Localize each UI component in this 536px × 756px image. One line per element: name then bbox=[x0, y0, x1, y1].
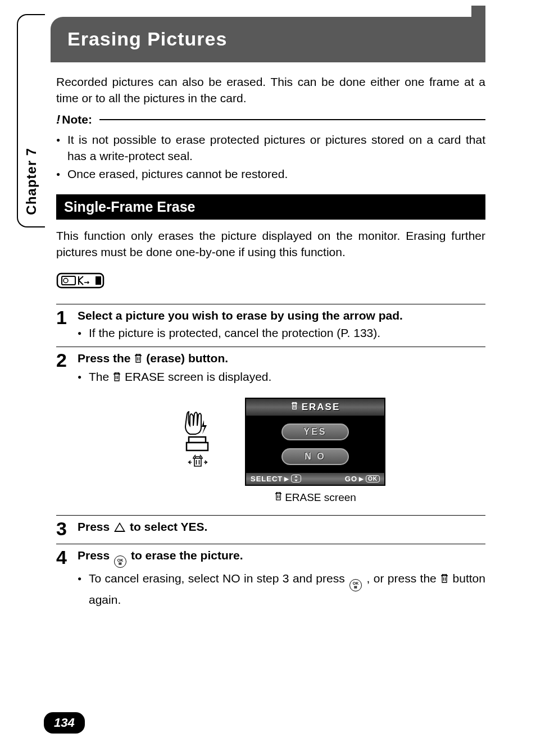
erase-screen: ERASE YES N O SELECT ▶ bbox=[245, 398, 385, 486]
note-header: ! Note: bbox=[56, 112, 485, 127]
trash-icon bbox=[274, 491, 283, 504]
go-arrow-icon: ▶ bbox=[359, 476, 364, 482]
page-title: Erasing Pictures bbox=[67, 28, 471, 50]
camera-back-icon bbox=[56, 271, 485, 293]
step-1-title: Select a picture you wish to erase by us… bbox=[78, 309, 485, 322]
up-down-arrow-icon bbox=[291, 475, 301, 482]
trash-icon bbox=[134, 353, 143, 366]
ok-icon: OK bbox=[366, 475, 380, 482]
erase-screen-header: ERASE bbox=[246, 399, 384, 416]
erase-screen-caption: ERASE screen bbox=[245, 491, 385, 504]
step-2-sub: The ERASE screen is displayed. bbox=[78, 368, 485, 386]
step-4-title: Press OK▤ to erase the picture. bbox=[78, 549, 485, 568]
step-3: 3 Press to select YES. bbox=[56, 515, 485, 538]
svg-rect-3 bbox=[96, 276, 101, 285]
trash-icon bbox=[290, 402, 298, 413]
step-1: 1 Select a picture you wish to erase by … bbox=[56, 304, 485, 341]
section-description: This function only erases the picture di… bbox=[56, 227, 485, 261]
erase-yes-button: YES bbox=[281, 423, 349, 440]
step-number: 2 bbox=[56, 350, 71, 509]
triangle-up-icon bbox=[114, 522, 125, 532]
note-label: Note: bbox=[62, 113, 92, 126]
note-item: It is not possible to erase protected pi… bbox=[56, 131, 485, 165]
erase-no-button: N O bbox=[281, 448, 349, 465]
svg-rect-4 bbox=[189, 437, 206, 443]
step-number: 4 bbox=[56, 548, 71, 608]
section-heading: Single-Frame Erase bbox=[64, 199, 195, 215]
erase-screen-illustration: ERASE YES N O SELECT ▶ bbox=[78, 398, 485, 504]
title-banner: Erasing Pictures bbox=[51, 17, 485, 62]
hand-press-icon bbox=[178, 406, 222, 470]
ok-button-icon: OK▤ bbox=[349, 579, 362, 591]
svg-point-2 bbox=[63, 278, 68, 283]
erase-screen-footer: SELECT ▶ GO ▶ OK bbox=[246, 473, 384, 485]
step-3-title: Press to select YES. bbox=[78, 520, 485, 534]
svg-rect-5 bbox=[187, 443, 208, 450]
note-item: Once erased, pictures cannot be restored… bbox=[56, 166, 485, 182]
trash-icon bbox=[440, 571, 449, 588]
note-icon: ! bbox=[56, 112, 60, 127]
note-list: It is not possible to erase protected pi… bbox=[56, 131, 485, 182]
step-1-sub: If the picture is protected, cancel the … bbox=[78, 325, 485, 341]
step-2-title: Press the (erase) button. bbox=[78, 352, 485, 366]
page-number: 134 bbox=[44, 712, 85, 734]
step-2: 2 Press the (erase) button. The bbox=[56, 347, 485, 509]
trash-icon bbox=[112, 370, 121, 386]
section-heading-bar: Single-Frame Erase bbox=[56, 194, 485, 220]
note-divider bbox=[99, 119, 485, 120]
intro-paragraph: Recorded pictures can also be erased. Th… bbox=[56, 74, 485, 107]
step-number: 1 bbox=[56, 308, 71, 341]
step-number: 3 bbox=[56, 519, 71, 538]
step-4-sub: To cancel erasing, select NO in step 3 a… bbox=[78, 570, 485, 608]
select-arrow-icon: ▶ bbox=[284, 476, 289, 482]
ok-button-icon: OK▤ bbox=[114, 555, 126, 568]
step-4: 4 Press OK▤ to erase the picture. To can… bbox=[56, 544, 485, 608]
